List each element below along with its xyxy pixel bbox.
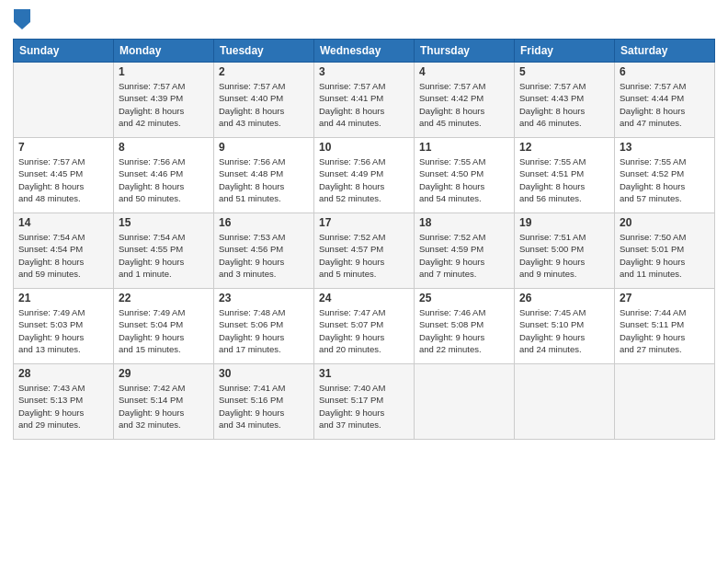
cell-day-number: 7 [18, 141, 108, 154]
calendar-cell: 15Sunrise: 7:54 AMSunset: 4:55 PMDayligh… [114, 213, 214, 289]
calendar-cell: 28Sunrise: 7:43 AMSunset: 5:13 PMDayligh… [14, 364, 114, 440]
calendar-cell: 25Sunrise: 7:46 AMSunset: 5:08 PMDayligh… [415, 289, 515, 364]
cell-info: Sunrise: 7:57 AMSunset: 4:40 PMDaylight:… [219, 80, 309, 129]
day-header-friday: Friday [515, 40, 615, 63]
cell-info: Sunrise: 7:45 AMSunset: 5:10 PMDaylight:… [519, 306, 609, 355]
cell-info: Sunrise: 7:55 AMSunset: 4:50 PMDaylight:… [419, 155, 509, 204]
cell-info: Sunrise: 7:56 AMSunset: 4:49 PMDaylight:… [319, 155, 409, 204]
day-header-row: SundayMondayTuesdayWednesdayThursdayFrid… [14, 40, 715, 63]
cell-info: Sunrise: 7:57 AMSunset: 4:45 PMDaylight:… [18, 155, 108, 204]
cell-info: Sunrise: 7:57 AMSunset: 4:41 PMDaylight:… [319, 80, 409, 129]
logo-icon [14, 9, 30, 29]
svg-marker-0 [14, 9, 30, 29]
cell-info: Sunrise: 7:49 AMSunset: 5:03 PMDaylight:… [18, 306, 108, 355]
calendar-cell: 31Sunrise: 7:40 AMSunset: 5:17 PMDayligh… [314, 364, 415, 440]
day-header-sunday: Sunday [14, 40, 114, 63]
cell-day-number: 20 [620, 216, 710, 229]
day-header-thursday: Thursday [415, 40, 515, 63]
cell-day-number: 22 [119, 292, 209, 304]
calendar-cell: 17Sunrise: 7:52 AMSunset: 4:57 PMDayligh… [314, 213, 415, 289]
cell-day-number: 26 [519, 292, 609, 304]
calendar-cell: 8Sunrise: 7:56 AMSunset: 4:46 PMDaylight… [114, 138, 214, 213]
calendar-cell: 29Sunrise: 7:42 AMSunset: 5:14 PMDayligh… [114, 364, 214, 440]
cell-info: Sunrise: 7:49 AMSunset: 5:04 PMDaylight:… [119, 306, 209, 355]
cell-day-number: 28 [18, 367, 108, 380]
header [13, 9, 715, 31]
cell-day-number: 11 [419, 141, 509, 154]
cell-day-number: 27 [620, 292, 710, 304]
calendar-cell: 21Sunrise: 7:49 AMSunset: 5:03 PMDayligh… [14, 289, 114, 364]
cell-info: Sunrise: 7:57 AMSunset: 4:39 PMDaylight:… [119, 80, 209, 129]
calendar-cell [615, 364, 715, 440]
calendar-cell: 16Sunrise: 7:53 AMSunset: 4:56 PMDayligh… [214, 213, 314, 289]
cell-day-number: 2 [219, 65, 309, 78]
calendar-cell [515, 364, 615, 440]
calendar-cell: 23Sunrise: 7:48 AMSunset: 5:06 PMDayligh… [214, 289, 314, 364]
cell-info: Sunrise: 7:56 AMSunset: 4:46 PMDaylight:… [119, 155, 209, 204]
week-row-5: 28Sunrise: 7:43 AMSunset: 5:13 PMDayligh… [14, 364, 715, 440]
calendar-cell: 24Sunrise: 7:47 AMSunset: 5:07 PMDayligh… [314, 289, 415, 364]
cell-info: Sunrise: 7:44 AMSunset: 5:11 PMDaylight:… [620, 306, 710, 355]
cell-info: Sunrise: 7:52 AMSunset: 4:57 PMDaylight:… [319, 231, 409, 280]
cell-info: Sunrise: 7:54 AMSunset: 4:54 PMDaylight:… [18, 231, 108, 280]
cell-day-number: 19 [519, 216, 609, 229]
cell-info: Sunrise: 7:41 AMSunset: 5:16 PMDaylight:… [219, 382, 309, 431]
cell-info: Sunrise: 7:43 AMSunset: 5:13 PMDaylight:… [18, 382, 108, 431]
cell-day-number: 3 [319, 65, 409, 78]
cell-day-number: 6 [620, 65, 710, 78]
calendar-page: SundayMondayTuesdayWednesdayThursdayFrid… [0, 0, 728, 563]
cell-info: Sunrise: 7:57 AMSunset: 4:44 PMDaylight:… [620, 80, 710, 129]
cell-info: Sunrise: 7:48 AMSunset: 5:06 PMDaylight:… [219, 306, 309, 355]
cell-day-number: 29 [119, 367, 209, 380]
cell-info: Sunrise: 7:52 AMSunset: 4:59 PMDaylight:… [419, 231, 509, 280]
day-header-saturday: Saturday [615, 40, 715, 63]
week-row-4: 21Sunrise: 7:49 AMSunset: 5:03 PMDayligh… [14, 289, 715, 364]
calendar-cell: 20Sunrise: 7:50 AMSunset: 5:01 PMDayligh… [615, 213, 715, 289]
calendar-cell: 1Sunrise: 7:57 AMSunset: 4:39 PMDaylight… [114, 63, 214, 138]
day-header-monday: Monday [114, 40, 214, 63]
week-row-2: 7Sunrise: 7:57 AMSunset: 4:45 PMDaylight… [14, 138, 715, 213]
calendar-cell: 2Sunrise: 7:57 AMSunset: 4:40 PMDaylight… [214, 63, 314, 138]
cell-day-number: 14 [18, 216, 108, 229]
calendar-cell: 27Sunrise: 7:44 AMSunset: 5:11 PMDayligh… [615, 289, 715, 364]
cell-info: Sunrise: 7:55 AMSunset: 4:52 PMDaylight:… [620, 155, 710, 204]
cell-day-number: 13 [620, 141, 710, 154]
cell-info: Sunrise: 7:57 AMSunset: 4:43 PMDaylight:… [519, 80, 609, 129]
cell-day-number: 12 [519, 141, 609, 154]
calendar-cell: 7Sunrise: 7:57 AMSunset: 4:45 PMDaylight… [14, 138, 114, 213]
calendar-cell: 30Sunrise: 7:41 AMSunset: 5:16 PMDayligh… [214, 364, 314, 440]
calendar-cell: 22Sunrise: 7:49 AMSunset: 5:04 PMDayligh… [114, 289, 214, 364]
calendar-cell: 18Sunrise: 7:52 AMSunset: 4:59 PMDayligh… [415, 213, 515, 289]
cell-info: Sunrise: 7:47 AMSunset: 5:07 PMDaylight:… [319, 306, 409, 355]
week-row-3: 14Sunrise: 7:54 AMSunset: 4:54 PMDayligh… [14, 213, 715, 289]
day-header-wednesday: Wednesday [314, 40, 415, 63]
cell-day-number: 17 [319, 216, 409, 229]
cell-day-number: 1 [119, 65, 209, 78]
cell-info: Sunrise: 7:50 AMSunset: 5:01 PMDaylight:… [620, 231, 710, 280]
cell-day-number: 9 [219, 141, 309, 154]
calendar-cell: 12Sunrise: 7:55 AMSunset: 4:51 PMDayligh… [515, 138, 615, 213]
calendar-cell [14, 63, 114, 138]
calendar-cell [415, 364, 515, 440]
cell-info: Sunrise: 7:40 AMSunset: 5:17 PMDaylight:… [319, 382, 409, 431]
cell-day-number: 16 [219, 216, 309, 229]
cell-info: Sunrise: 7:57 AMSunset: 4:42 PMDaylight:… [419, 80, 509, 129]
cell-day-number: 21 [18, 292, 108, 304]
calendar-cell: 19Sunrise: 7:51 AMSunset: 5:00 PMDayligh… [515, 213, 615, 289]
cell-info: Sunrise: 7:53 AMSunset: 4:56 PMDaylight:… [219, 231, 309, 280]
cell-day-number: 23 [219, 292, 309, 304]
cell-day-number: 5 [519, 65, 609, 78]
calendar-cell: 26Sunrise: 7:45 AMSunset: 5:10 PMDayligh… [515, 289, 615, 364]
cell-day-number: 10 [319, 141, 409, 154]
cell-info: Sunrise: 7:54 AMSunset: 4:55 PMDaylight:… [119, 231, 209, 280]
calendar-cell: 3Sunrise: 7:57 AMSunset: 4:41 PMDaylight… [314, 63, 415, 138]
cell-day-number: 25 [419, 292, 509, 304]
cell-day-number: 18 [419, 216, 509, 229]
cell-day-number: 8 [119, 141, 209, 154]
day-header-tuesday: Tuesday [214, 40, 314, 63]
week-row-1: 1Sunrise: 7:57 AMSunset: 4:39 PMDaylight… [14, 63, 715, 138]
calendar-table: SundayMondayTuesdayWednesdayThursdayFrid… [13, 39, 715, 440]
cell-info: Sunrise: 7:55 AMSunset: 4:51 PMDaylight:… [519, 155, 609, 204]
calendar-cell: 9Sunrise: 7:56 AMSunset: 4:48 PMDaylight… [214, 138, 314, 213]
cell-info: Sunrise: 7:46 AMSunset: 5:08 PMDaylight:… [419, 306, 509, 355]
